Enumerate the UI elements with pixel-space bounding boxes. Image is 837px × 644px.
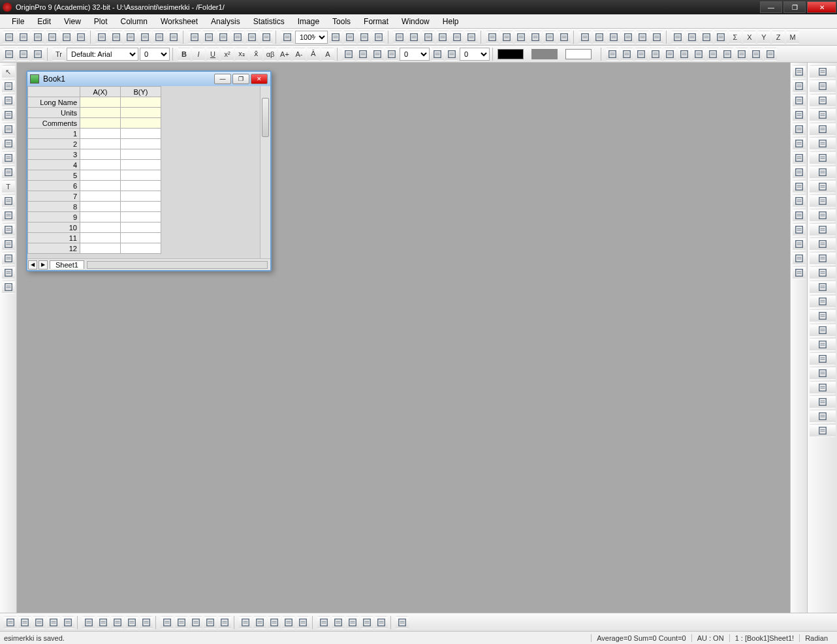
cell[interactable] [80,191,121,202]
matrix-button[interactable] [124,31,137,44]
row-header-11[interactable]: 11 [28,233,80,243]
marker-size-combo[interactable]: 0 [460,48,490,61]
style-btn-3[interactable] [385,48,398,61]
plot-t7-button[interactable] [296,616,309,629]
target-button[interactable] [486,31,499,44]
filter-button[interactable] [686,31,699,44]
minimize-button[interactable]: — [760,1,782,13]
axis2-button[interactable] [793,151,806,164]
cell[interactable] [80,97,121,108]
gears-button[interactable] [671,31,684,44]
plot-t8-button[interactable] [317,616,330,629]
arrow-tool[interactable] [2,194,15,207]
misc-btn-5[interactable] [678,48,691,61]
video-button[interactable] [358,31,371,44]
menu-analysis[interactable]: Analysis [204,16,247,27]
p11-button[interactable] [810,209,836,222]
row-header-1[interactable]: 1 [28,129,80,139]
row-header-Comments[interactable]: Comments [28,118,80,129]
layer2-button[interactable] [793,80,806,93]
plot-t6-button[interactable] [282,616,295,629]
row-stats-button[interactable] [558,31,571,44]
maximize-button[interactable]: ❐ [783,1,806,13]
save-template-button[interactable] [217,31,230,44]
ellipse-tool[interactable] [2,238,15,251]
import-button[interactable] [153,31,166,44]
cell[interactable] [121,233,161,243]
mask-button[interactable] [436,31,449,44]
p6-button[interactable] [810,137,836,150]
horizontal-scrollbar[interactable] [87,261,268,269]
anova-button[interactable] [578,31,592,44]
p12-button[interactable] [810,223,836,236]
cell[interactable] [121,202,161,212]
cell[interactable] [80,202,121,212]
tool-X[interactable]: X [743,31,756,44]
p21-button[interactable] [810,352,836,365]
plot-stacked-button[interactable] [82,616,95,629]
close-button[interactable]: ✕ [807,1,836,13]
plot-line-scatter-button[interactable] [33,616,46,629]
cell[interactable] [80,149,121,160]
cut-button[interactable] [3,48,16,61]
workbook-close-button[interactable]: ✕ [251,74,268,84]
format-x₂-button[interactable]: x₂ [235,48,248,61]
plot-box-button[interactable] [175,616,188,629]
cell[interactable] [121,243,161,254]
menu-help[interactable]: Help [436,16,466,27]
p14-button[interactable] [810,252,836,265]
sheet-nav-prev[interactable]: ◀ [28,260,37,269]
plot-t2-button[interactable] [218,616,231,629]
clock-button[interactable] [793,238,806,251]
cell[interactable] [80,139,121,149]
workbook-window[interactable]: Book1 — ❐ ✕ A(X)B(Y)Long NameUnitsCommen… [26,70,272,271]
p2-button[interactable] [810,80,836,93]
menu-statistics[interactable]: Statistics [247,16,291,27]
column-header-B(Y)[interactable]: B(Y) [121,87,161,97]
draw-tool[interactable] [2,266,15,279]
swatch-white[interactable] [565,49,592,59]
plot-3d-button[interactable] [125,616,138,629]
misc-btn-0[interactable] [606,48,619,61]
cell[interactable] [80,212,121,222]
format-x̄-button[interactable]: x̄ [249,48,262,61]
cell[interactable] [121,222,161,233]
axis4-button[interactable] [793,180,806,193]
tool-M[interactable]: M [786,31,799,44]
baseline-button[interactable] [636,31,649,44]
misc-btn-10[interactable] [750,48,763,61]
cell[interactable] [121,181,161,191]
row-header-10[interactable]: 10 [28,222,80,233]
misc-btn-2[interactable] [635,48,648,61]
worksheet-grid[interactable]: A(X)B(Y)Long NameUnitsComments1234567891… [27,86,161,254]
format-U-button[interactable]: U [206,48,219,61]
gear-button[interactable] [793,252,806,265]
plot-t13-button[interactable] [396,616,409,629]
import-db-button[interactable] [188,31,201,44]
p9-button[interactable] [810,180,836,193]
row-header-Units[interactable]: Units [28,108,80,118]
fft-button[interactable] [622,31,635,44]
row-header-7[interactable]: 7 [28,191,80,202]
poly-button[interactable] [465,31,478,44]
open-template-button[interactable] [202,31,215,44]
mask-tool-tool[interactable] [2,151,15,164]
axis1-button[interactable] [793,137,806,150]
scrollbar-thumb[interactable] [262,98,269,137]
roi-tool[interactable] [2,166,15,179]
save-button[interactable] [31,31,44,44]
pointer-tool[interactable]: ↖ [2,65,15,78]
style-btn-2[interactable] [371,48,384,61]
style-btn-1[interactable] [356,48,370,61]
plot-area-button[interactable] [111,616,124,629]
project-button[interactable] [46,31,59,44]
misc-btn-1[interactable] [620,48,633,61]
row-header-12[interactable]: 12 [28,243,80,254]
row-header-9[interactable]: 9 [28,212,80,222]
cell[interactable] [121,139,161,149]
tool-Σ[interactable]: Σ [729,31,742,44]
menu-column[interactable]: Column [114,16,154,27]
p23-button[interactable] [810,381,836,394]
zoom-tool[interactable] [2,80,15,93]
misc-btn-4[interactable] [663,48,676,61]
